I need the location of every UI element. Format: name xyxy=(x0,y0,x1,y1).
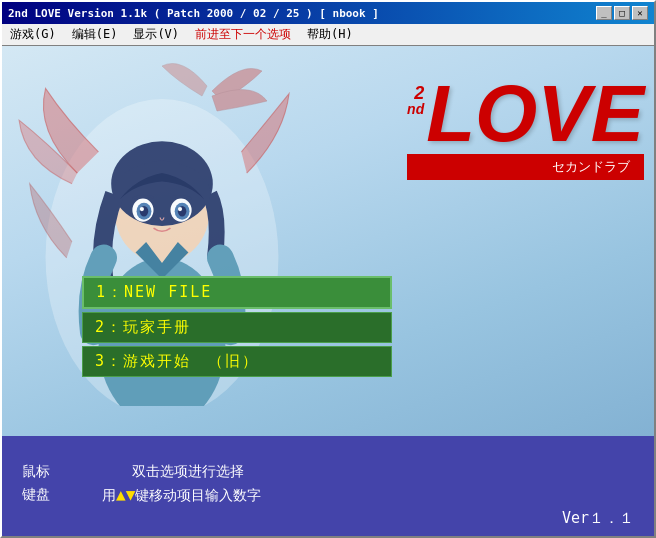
mouse-instruction-row: 鼠标 双击选项进行选择 xyxy=(22,463,634,481)
mouse-text: 双击选项进行选择 xyxy=(132,463,244,481)
menu-option-3[interactable]: 3：游戏开始 （旧） xyxy=(82,346,392,377)
content-area: 2 nd LOVE セカンドラブ 1：NEW FILE 2：玩家手册 3：游戏开… xyxy=(2,46,654,536)
arrow-down-icon: ▼ xyxy=(126,485,136,504)
window-title: 2nd LOVE Version 1.1k ( Patch 2000 / 02 … xyxy=(8,7,379,20)
svg-point-12 xyxy=(178,207,182,211)
logo-main: 2 nd LOVE xyxy=(407,76,644,152)
minimize-button[interactable]: _ xyxy=(596,6,612,20)
wing-decoration-top xyxy=(152,51,272,131)
menu-bar: 游戏(G) 编辑(E) 显示(V) 前进至下一个选项 帮助(H) xyxy=(2,24,654,46)
menu-item-help[interactable]: 帮助(H) xyxy=(299,24,361,45)
logo-area: 2 nd LOVE セカンドラブ xyxy=(407,76,644,180)
game-menu: 1：NEW FILE 2：玩家手册 3：游戏开始 （旧） xyxy=(82,276,392,380)
arrow-up-icon: ▲ xyxy=(116,485,126,504)
menu-option-1[interactable]: 1：NEW FILE xyxy=(82,276,392,309)
svg-point-11 xyxy=(140,207,144,211)
title-bar-controls: _ □ ✕ xyxy=(596,6,648,20)
logo-love: LOVE xyxy=(426,76,644,152)
menu-item-game[interactable]: 游戏(G) xyxy=(2,24,64,45)
title-bar: 2nd LOVE Version 1.1k ( Patch 2000 / 02 … xyxy=(2,2,654,24)
title-bar-left: 2nd LOVE Version 1.1k ( Patch 2000 / 02 … xyxy=(8,7,379,20)
logo-2nd-top: 2 xyxy=(407,84,424,102)
keyboard-text: 用▲▼键移动项目输入数字 xyxy=(102,485,261,505)
keyboard-instruction-row: 键盘 用▲▼键移动项目输入数字 xyxy=(22,485,634,505)
maximize-button[interactable]: □ xyxy=(614,6,630,20)
logo-container: 2 nd LOVE セカンドラブ xyxy=(407,76,644,180)
keyboard-label: 键盘 xyxy=(22,486,72,504)
instructions-panel: 鼠标 双击选项进行选择 键盘 用▲▼键移动项目输入数字 Ver１．１ xyxy=(2,436,654,536)
app-window: 2nd LOVE Version 1.1k ( Patch 2000 / 02 … xyxy=(0,0,656,538)
logo-nd: nd xyxy=(407,102,424,116)
menu-option-2[interactable]: 2：玩家手册 xyxy=(82,312,392,343)
version-text: Ver１．１ xyxy=(562,509,634,528)
menu-item-view[interactable]: 显示(V) xyxy=(125,24,187,45)
menu-item-edit[interactable]: 编辑(E) xyxy=(64,24,126,45)
close-button[interactable]: ✕ xyxy=(632,6,648,20)
mouse-label: 鼠标 xyxy=(22,463,72,481)
logo-2nd-container: 2 nd xyxy=(407,84,424,116)
menu-item-next[interactable]: 前进至下一个选项 xyxy=(187,24,299,45)
